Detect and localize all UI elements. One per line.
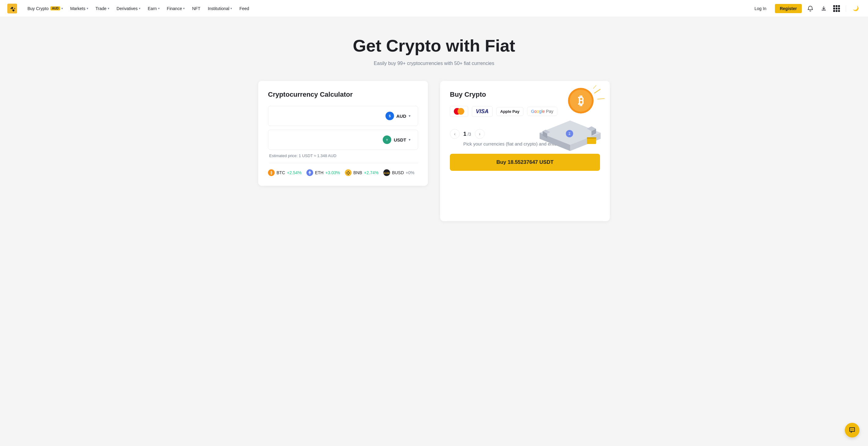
mastercard-icon: [454, 108, 464, 115]
svg-text:T: T: [386, 138, 388, 141]
eth-badge[interactable]: ETH +3.03%: [306, 169, 340, 176]
usdt-icon-svg: T: [384, 137, 390, 142]
spend-amount-input[interactable]: 25: [273, 112, 383, 120]
eth-icon: [306, 169, 313, 176]
spend-input-row[interactable]: 25 $ AUD ▾: [268, 106, 418, 126]
crypto-illustration-svg: ₿ Ξ: [533, 84, 607, 154]
chat-button[interactable]: [845, 423, 860, 438]
nav-feed[interactable]: Feed: [236, 4, 252, 13]
btc-badge[interactable]: ₿ BTC +2.54%: [268, 169, 302, 176]
receive-amount-input[interactable]: 18.55237647: [273, 136, 380, 144]
receive-currency-label: USDT: [394, 137, 406, 142]
svg-point-29: [851, 429, 851, 430]
nav-institutional[interactable]: Institutional ▾: [205, 4, 235, 13]
carousel-step-indicator: 1 /3: [463, 131, 471, 137]
carousel-next-button[interactable]: ›: [475, 129, 485, 139]
download-icon: [821, 5, 827, 11]
svg-text:BUSD: BUSD: [384, 172, 390, 174]
crypto-illustration: ₿ Ξ: [533, 84, 607, 154]
dollar-icon: $: [387, 113, 393, 119]
receive-input-row[interactable]: 18.55237647 T USDT ▾: [268, 130, 418, 150]
hero-subtitle: Easily buy 99+ cryptocurrencies with 50+…: [258, 61, 610, 66]
nav-menu: Buy Crypto AUD ▾ Markets ▾ Trade ▾ Deriv…: [24, 4, 750, 13]
svg-text:₿: ₿: [271, 171, 272, 175]
chevron-down-icon: ▾: [61, 7, 63, 10]
panels-row: Cryptocurrency Calculator 25 $ AUD ▾: [258, 81, 610, 221]
svg-line-26: [593, 86, 596, 89]
register-button[interactable]: Register: [775, 4, 802, 13]
mastercard-badge: [450, 106, 468, 117]
bnb-badge[interactable]: BNB +2.74%: [345, 169, 379, 176]
hero-section: Get Crypto with Fiat Easily buy 99+ cryp…: [258, 35, 610, 66]
spend-currency-label: AUD: [397, 114, 406, 119]
notifications-button[interactable]: [805, 4, 815, 13]
spend-currency-selector[interactable]: $ AUD ▾: [383, 110, 413, 121]
navbar: Buy Crypto AUD ▾ Markets ▾ Trade ▾ Deriv…: [0, 0, 868, 17]
crypto-badges: ₿ BTC +2.54% ETH +3.03%: [268, 169, 418, 176]
carousel-prev-button[interactable]: ‹: [450, 129, 460, 139]
receive-currency-chevron-icon: ▾: [409, 137, 410, 142]
login-button[interactable]: Log In: [750, 4, 771, 13]
navbar-right: Log In Register 🌙: [750, 4, 861, 13]
busd-icon: BUSD: [383, 169, 390, 176]
applepay-badge: Apple Pay: [496, 107, 523, 116]
svg-line-24: [594, 89, 600, 93]
chat-icon: [848, 426, 856, 434]
visa-badge: VISA: [472, 106, 493, 117]
bell-icon: [807, 5, 813, 11]
svg-point-30: [852, 429, 852, 430]
nav-finance[interactable]: Finance ▾: [164, 4, 188, 13]
busd-badge[interactable]: BUSD BUSD +0%: [383, 169, 414, 176]
aud-currency-icon: $: [385, 112, 394, 120]
svg-point-31: [853, 429, 854, 430]
calculator-title: Cryptocurrency Calculator: [268, 91, 418, 99]
chevron-down-icon: ▾: [230, 7, 232, 10]
svg-point-9: [345, 169, 351, 176]
nav-earn[interactable]: Earn ▾: [145, 4, 163, 13]
estimated-price: Estimated price: 1 USDT ≈ 1.348 AUD: [269, 154, 418, 163]
logo[interactable]: [7, 4, 17, 13]
hero-title: Get Crypto with Fiat: [258, 35, 610, 56]
grid-icon: [833, 5, 840, 12]
buy-crypto-panel: Buy Crypto VISA Apple Pay Goog: [440, 81, 610, 221]
receive-currency-selector[interactable]: T USDT ▾: [380, 134, 413, 145]
spend-currency-chevron-icon: ▾: [409, 114, 410, 118]
main-content: Get Crypto with Fiat Easily buy 99+ cryp…: [251, 17, 617, 233]
apps-grid-button[interactable]: [832, 4, 841, 13]
svg-rect-1: [822, 10, 826, 10]
calculator-panel: Cryptocurrency Calculator 25 $ AUD ▾: [258, 81, 428, 186]
chevron-down-icon: ▾: [183, 7, 185, 10]
nav-derivatives[interactable]: Derivatives ▾: [114, 4, 144, 13]
binance-logo-icon: [7, 4, 17, 13]
theme-toggle-button[interactable]: 🌙: [851, 4, 861, 13]
svg-text:₿: ₿: [578, 94, 584, 107]
chevron-down-icon: ▾: [139, 7, 141, 10]
btc-icon: ₿: [268, 169, 275, 176]
buy-button[interactable]: Buy 18.55237647 USDT: [450, 154, 600, 171]
nav-buy-crypto[interactable]: Buy Crypto AUD ▾: [24, 4, 66, 13]
svg-line-25: [597, 99, 604, 99]
nav-trade[interactable]: Trade ▾: [92, 4, 112, 13]
svg-text:Ξ: Ξ: [568, 132, 571, 135]
bnb-icon: [345, 169, 351, 176]
chevron-down-icon: ▾: [87, 7, 88, 10]
usdt-currency-icon: T: [383, 135, 391, 144]
download-button[interactable]: [819, 4, 829, 13]
nav-markets[interactable]: Markets ▾: [67, 4, 91, 13]
chevron-down-icon: ▾: [108, 7, 109, 10]
nav-divider: [846, 5, 846, 11]
chevron-down-icon: ▾: [158, 7, 160, 10]
nav-nft[interactable]: NFT: [189, 4, 203, 13]
svg-text:$: $: [389, 114, 390, 118]
svg-marker-20: [587, 137, 596, 139]
